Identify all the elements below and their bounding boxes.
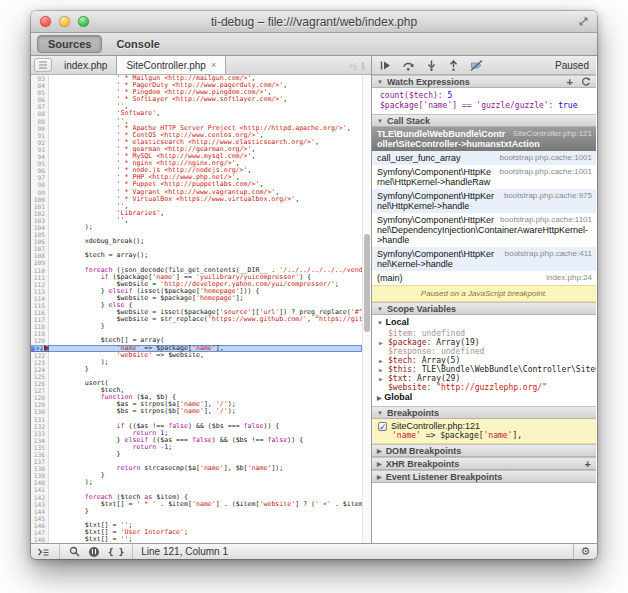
line-number-gutter[interactable]: 105 xyxy=(31,231,49,238)
step-out-button[interactable] xyxy=(448,60,459,71)
scope-variable[interactable]: ▶$tech: Array(5) xyxy=(372,356,596,365)
line-number-gutter[interactable]: 146 xyxy=(31,522,49,529)
call-stack-frame[interactable]: bootstrap.php.cache:975Symfony\Component… xyxy=(372,189,596,213)
call-stack-frame[interactable]: bootstrap.php.cache:1001Symfony\Componen… xyxy=(372,165,596,189)
line-number-gutter[interactable]: 123 xyxy=(31,359,49,366)
line-number-gutter[interactable]: 139 xyxy=(31,472,49,479)
line-number-gutter[interactable]: 109 xyxy=(31,259,49,266)
code-line[interactable]: 106 xdebug_break(); xyxy=(31,238,362,245)
line-number-gutter[interactable]: 115 xyxy=(31,302,49,309)
line-number-gutter[interactable]: 96 xyxy=(31,167,49,174)
scope-group-local[interactable]: ▼ Local xyxy=(372,317,596,329)
watch-expressions-list[interactable]: count($tech): 5$package['name'] == 'guzz… xyxy=(372,88,596,114)
scope-variable[interactable]: ▶$this: TLE\Bundle\WebBundle\Controller\… xyxy=(372,365,596,374)
line-number-gutter[interactable]: 128 xyxy=(31,394,49,401)
add-watch-button[interactable]: + xyxy=(567,78,573,86)
line-number-gutter[interactable]: 84 xyxy=(31,82,49,89)
line-number-gutter[interactable]: 103 xyxy=(31,217,49,224)
navigator-toggle-button[interactable] xyxy=(34,58,52,72)
settings-button[interactable]: ⚙ xyxy=(573,544,597,560)
line-number-gutter[interactable]: 132 xyxy=(31,423,49,430)
code-editor[interactable]: 83 ' * Mailgun <http://mailgun.com/>',84… xyxy=(31,75,371,543)
watch-expression-item[interactable]: count($tech): 5 xyxy=(380,91,596,101)
continue-button[interactable] xyxy=(379,60,391,71)
call-stack-frame[interactable]: SiteController.php:121TLE\Bundle\WebBund… xyxy=(372,127,596,151)
line-number-gutter[interactable]: 101 xyxy=(31,203,49,210)
pause-on-exceptions-icon[interactable] xyxy=(89,547,99,557)
scope-variables-list[interactable]: $item: undefined▶$package: Array(19)$res… xyxy=(372,329,596,392)
line-number-gutter[interactable]: 102 xyxy=(31,210,49,217)
line-number-gutter[interactable]: 97 xyxy=(31,174,49,181)
console-toggle-icon[interactable] xyxy=(37,547,50,557)
tab-overflow-forward-icon[interactable]: ∥ xyxy=(361,61,365,70)
line-number-gutter[interactable]: 144 xyxy=(31,508,49,515)
step-over-button[interactable] xyxy=(402,60,415,71)
line-number-gutter[interactable]: 95 xyxy=(31,160,49,167)
line-number-gutter[interactable]: 112 xyxy=(31,281,49,288)
call-stack-frame[interactable]: index.php:24(main) xyxy=(372,271,596,285)
line-number-gutter[interactable]: 143 xyxy=(31,501,49,508)
line-number-gutter[interactable]: 122 xyxy=(31,352,49,359)
line-number-gutter[interactable]: 108 xyxy=(31,252,49,259)
scope-variable[interactable]: ▶$txt: Array(29) xyxy=(372,374,596,383)
section-xhr-breakpoints[interactable]: ▶ XHR Breakpoints + xyxy=(372,457,596,470)
file-tab-indexphp[interactable]: index.php xyxy=(55,56,116,74)
pretty-print-icon[interactable]: { } xyxy=(108,547,124,557)
line-number-gutter[interactable]: 113 xyxy=(31,288,49,295)
section-event-listener-breakpoints[interactable]: ▶ Event Listener Breakpoints xyxy=(372,470,596,483)
line-number-gutter[interactable]: 89 xyxy=(31,118,49,125)
call-stack-frame[interactable]: bootstrap.php.cache:1001call_user_func_a… xyxy=(372,151,596,165)
line-number-gutter[interactable]: 130 xyxy=(31,408,49,415)
step-into-button[interactable] xyxy=(426,60,437,71)
code-line[interactable]: 130 $bs = strpos($b['name'], '/'); xyxy=(31,408,362,415)
line-number-gutter[interactable]: 111 xyxy=(31,274,49,281)
code-line[interactable]: 140 ); xyxy=(31,479,362,486)
tab-console[interactable]: Console xyxy=(106,36,169,52)
line-number-gutter[interactable]: 83 xyxy=(31,75,49,82)
scope-group-global[interactable]: ▶ Global xyxy=(372,392,596,404)
breakpoint-checkbox[interactable]: ✓ xyxy=(378,422,387,431)
close-tab-icon[interactable]: × xyxy=(211,60,216,70)
add-xhr-breakpoint-button[interactable]: + xyxy=(585,460,591,468)
section-call-stack[interactable]: ▼ Call Stack xyxy=(372,114,596,127)
line-number-gutter[interactable]: 136 xyxy=(31,451,49,458)
line-number-gutter[interactable]: 110 xyxy=(31,267,49,274)
line-number-gutter[interactable]: 147 xyxy=(31,529,49,536)
call-stack-frame[interactable]: bootstrap.php.cache:1101Symfony\Componen… xyxy=(372,213,596,247)
refresh-watch-button[interactable] xyxy=(581,77,591,87)
line-number-gutter[interactable]: 135 xyxy=(31,444,49,451)
line-number-gutter[interactable]: 125 xyxy=(31,373,49,380)
line-number-gutter[interactable]: 100 xyxy=(31,196,49,203)
line-number-gutter[interactable]: 138 xyxy=(31,465,49,472)
fullscreen-icon[interactable] xyxy=(578,16,589,27)
line-number-gutter[interactable]: 126 xyxy=(31,380,49,387)
tab-sources[interactable]: Sources xyxy=(37,35,102,53)
scrollbar-thumb[interactable] xyxy=(364,234,370,332)
line-number-gutter[interactable]: 117 xyxy=(31,316,49,323)
call-stack-frame[interactable]: bootstrap.php.cache:411Symfony\Component… xyxy=(372,247,596,271)
line-number-gutter[interactable]: 127 xyxy=(31,387,49,394)
line-number-gutter[interactable]: 92 xyxy=(31,139,49,146)
scope-variable[interactable]: $item: undefined xyxy=(372,329,596,338)
tab-overflow-back-icon[interactable]: ▹| xyxy=(350,61,356,70)
line-number-gutter[interactable]: 88 xyxy=(31,110,49,117)
code-lines[interactable]: 83 ' * Mailgun <http://mailgun.com/>',84… xyxy=(31,75,362,543)
line-number-gutter[interactable]: 85 xyxy=(31,89,49,96)
line-number-gutter[interactable]: 141 xyxy=(31,486,49,493)
line-number-gutter[interactable]: 93 xyxy=(31,146,49,153)
file-tab-sitecontroller[interactable]: SiteController.php × xyxy=(116,56,226,74)
section-watch-expressions[interactable]: ▼ Watch Expressions + xyxy=(372,75,596,88)
scope-variable[interactable]: $response: undefined xyxy=(372,347,596,356)
deactivate-breakpoints-button[interactable] xyxy=(470,60,483,71)
call-stack-list[interactable]: SiteController.php:121TLE\Bundle\WebBund… xyxy=(372,127,596,285)
line-number-gutter[interactable]: 94 xyxy=(31,153,49,160)
line-number-gutter[interactable]: 148 xyxy=(31,536,49,543)
section-scope-variables[interactable]: ▼ Scope Variables xyxy=(372,302,596,315)
watch-expression-item[interactable]: $package['name'] == 'guzzle/guzzle': tru… xyxy=(380,101,596,111)
line-number-gutter[interactable]: 118 xyxy=(31,323,49,330)
line-number-gutter[interactable]: 129 xyxy=(31,401,49,408)
line-number-gutter[interactable]: 87 xyxy=(31,103,49,110)
line-number-gutter[interactable]: 134 xyxy=(31,437,49,444)
code-line[interactable]: 144 } xyxy=(31,508,362,515)
line-number-gutter[interactable]: 116 xyxy=(31,309,49,316)
